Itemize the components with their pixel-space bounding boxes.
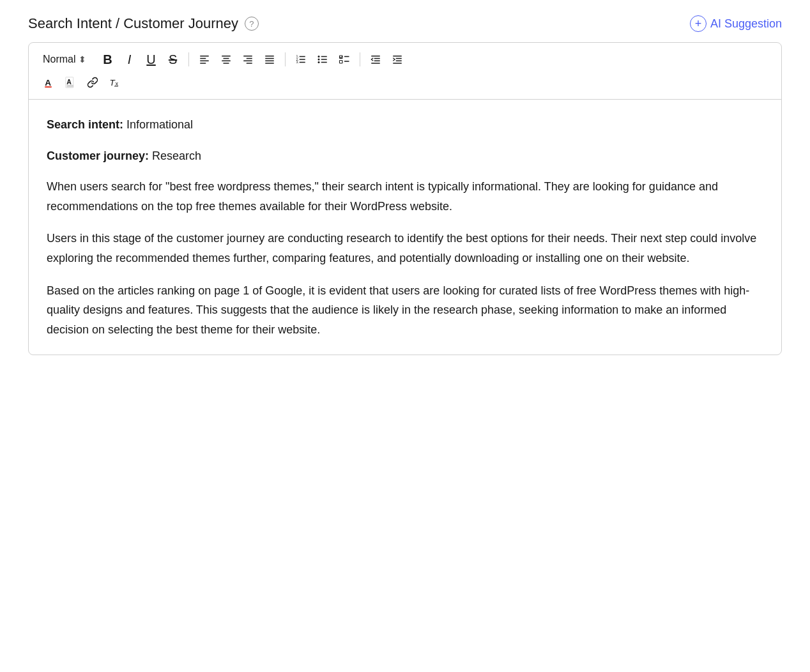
- customer-journey-line: Customer journey: Research: [47, 146, 763, 166]
- customer-journey-label: Customer journey:: [47, 149, 149, 162]
- svg-rect-6: [222, 61, 231, 62]
- paragraph-2: Users in this stage of the customer jour…: [47, 229, 763, 268]
- unordered-list-icon: [317, 54, 328, 65]
- svg-rect-31: [344, 61, 349, 62]
- svg-rect-29: [344, 56, 349, 57]
- editor-container: Normal ⬍ B I U S: [28, 42, 782, 355]
- italic-button[interactable]: I: [119, 49, 140, 70]
- align-left-icon: [199, 54, 210, 65]
- paragraph-1: When users search for "best free wordpre…: [47, 177, 763, 216]
- link-icon: [87, 77, 98, 88]
- svg-rect-10: [243, 61, 252, 62]
- indent-icon: [392, 54, 403, 65]
- svg-rect-8: [243, 56, 252, 57]
- ordered-list-button[interactable]: 1. 2. 3.: [291, 49, 311, 70]
- svg-rect-32: [371, 56, 380, 57]
- style-select-value: Normal: [43, 54, 76, 65]
- paragraph-3: Based on the articles ranking on page 1 …: [47, 281, 763, 340]
- indent-button[interactable]: [387, 49, 408, 70]
- unordered-list-button[interactable]: [312, 49, 333, 70]
- svg-rect-4: [222, 56, 231, 57]
- clear-formatting-button[interactable]: T x: [104, 72, 125, 93]
- svg-rect-35: [371, 63, 380, 64]
- style-select[interactable]: Normal ⬍: [39, 51, 90, 68]
- svg-rect-37: [395, 58, 401, 59]
- justify-button[interactable]: [259, 49, 280, 70]
- strikethrough-button[interactable]: S: [163, 49, 183, 70]
- svg-rect-25: [321, 59, 326, 60]
- svg-rect-7: [223, 63, 229, 64]
- svg-rect-2: [200, 61, 209, 62]
- link-button[interactable]: [82, 72, 103, 93]
- toolbar: Normal ⬍ B I U S: [29, 43, 781, 100]
- svg-rect-30: [339, 61, 342, 64]
- svg-rect-17: [299, 56, 305, 57]
- svg-text:x: x: [116, 80, 119, 87]
- highlight-icon: A: [65, 77, 77, 88]
- plus-circle-icon: +: [690, 15, 707, 32]
- svg-rect-39: [393, 63, 402, 64]
- bold-button[interactable]: B: [98, 49, 118, 70]
- page-container: Search Intent / Customer Journey ? + AI …: [28, 15, 782, 355]
- font-color-icon: A: [43, 77, 55, 88]
- toolbar-row-1: Normal ⬍ B I U S: [39, 49, 771, 70]
- svg-rect-27: [321, 62, 326, 63]
- svg-rect-36: [393, 56, 402, 57]
- style-select-arrows-icon: ⬍: [79, 54, 86, 65]
- svg-text:3.: 3.: [296, 60, 298, 64]
- svg-rect-12: [265, 56, 274, 57]
- svg-rect-33: [374, 58, 379, 59]
- justify-icon: [264, 54, 275, 65]
- svg-rect-43: [66, 85, 73, 88]
- svg-point-26: [317, 61, 319, 63]
- svg-rect-41: [45, 86, 52, 88]
- svg-point-22: [317, 56, 319, 57]
- align-right-button[interactable]: [238, 49, 258, 70]
- svg-rect-38: [395, 61, 401, 62]
- font-color-button[interactable]: A: [39, 72, 59, 93]
- ordered-list-icon: 1. 2. 3.: [295, 54, 307, 65]
- toolbar-row-2: A A: [39, 72, 771, 93]
- svg-rect-34: [374, 61, 379, 62]
- svg-rect-9: [246, 58, 252, 59]
- svg-rect-3: [200, 63, 206, 64]
- svg-rect-19: [299, 59, 305, 60]
- help-icon[interactable]: ?: [245, 17, 259, 31]
- outdent-button[interactable]: [365, 49, 386, 70]
- title-group: Search Intent / Customer Journey ?: [28, 15, 259, 32]
- svg-rect-21: [299, 62, 305, 63]
- align-center-icon: [220, 54, 232, 65]
- outdent-icon: [370, 54, 381, 65]
- svg-rect-1: [200, 58, 206, 59]
- checklist-button[interactable]: [334, 49, 355, 70]
- svg-rect-23: [321, 56, 326, 57]
- ai-suggestion-label: AI Suggestion: [710, 17, 782, 31]
- svg-rect-0: [200, 56, 209, 57]
- clear-formatting-icon: T x: [109, 77, 120, 88]
- search-intent-label: Search intent:: [47, 118, 123, 131]
- svg-rect-14: [265, 61, 274, 62]
- svg-rect-11: [246, 63, 252, 64]
- align-center-button[interactable]: [216, 49, 236, 70]
- search-intent-line: Search intent: Informational: [47, 115, 763, 135]
- svg-text:A: A: [45, 78, 51, 88]
- svg-rect-5: [223, 58, 229, 59]
- align-left-button[interactable]: [194, 49, 215, 70]
- divider-3: [360, 52, 360, 66]
- page-title: Search Intent / Customer Journey: [28, 15, 238, 32]
- checklist-icon: [339, 54, 350, 65]
- svg-text:A: A: [66, 78, 72, 86]
- divider-2: [285, 52, 286, 66]
- underline-button[interactable]: U: [141, 49, 162, 70]
- svg-rect-13: [265, 58, 274, 59]
- section-header: Search Intent / Customer Journey ? + AI …: [28, 15, 782, 32]
- content-area[interactable]: Search intent: Informational Customer jo…: [29, 100, 781, 355]
- highlight-color-button[interactable]: A: [61, 72, 81, 93]
- customer-journey-value: Research: [149, 149, 201, 162]
- search-intent-value: Informational: [123, 118, 193, 131]
- divider-1: [188, 52, 189, 66]
- svg-point-24: [317, 59, 319, 61]
- align-right-icon: [242, 54, 254, 65]
- ai-suggestion-button[interactable]: + AI Suggestion: [690, 15, 782, 32]
- svg-rect-15: [265, 63, 274, 64]
